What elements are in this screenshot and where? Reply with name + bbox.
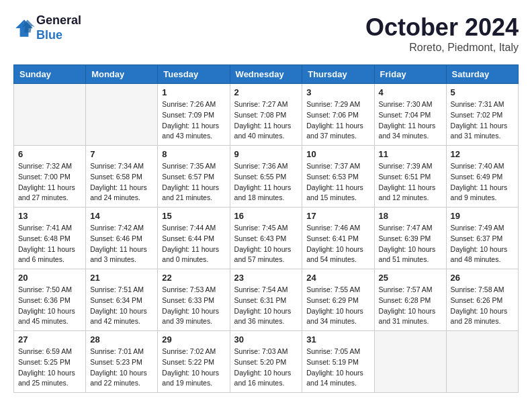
header-friday: Friday: [374, 65, 446, 84]
day-info: Sunrise: 7:57 AM Sunset: 6:28 PM Dayligh…: [379, 285, 442, 327]
table-row: 15Sunrise: 7:44 AM Sunset: 6:44 PM Dayli…: [158, 208, 230, 269]
day-number: 14: [90, 211, 153, 221]
weekday-header-row: Sunday Monday Tuesday Wednesday Thursday…: [14, 65, 519, 84]
day-info: Sunrise: 7:51 AM Sunset: 6:34 PM Dayligh…: [90, 285, 153, 327]
calendar-week-row: 1Sunrise: 7:26 AM Sunset: 7:09 PM Daylig…: [14, 84, 519, 146]
calendar-week-row: 13Sunrise: 7:41 AM Sunset: 6:48 PM Dayli…: [14, 208, 519, 269]
day-number: 10: [306, 149, 369, 159]
table-row: [374, 331, 446, 393]
table-row: 3Sunrise: 7:29 AM Sunset: 7:06 PM Daylig…: [302, 84, 374, 146]
day-info: Sunrise: 7:02 AM Sunset: 5:22 PM Dayligh…: [162, 347, 225, 389]
table-row: [86, 84, 158, 146]
day-info: Sunrise: 7:03 AM Sunset: 5:20 PM Dayligh…: [234, 347, 298, 389]
logo-general-text: General: [36, 13, 81, 28]
table-row: 2Sunrise: 7:27 AM Sunset: 7:08 PM Daylig…: [230, 84, 302, 146]
table-row: 29Sunrise: 7:02 AM Sunset: 5:22 PM Dayli…: [158, 331, 230, 393]
day-info: Sunrise: 7:26 AM Sunset: 7:09 PM Dayligh…: [162, 99, 225, 142]
day-info: Sunrise: 7:50 AM Sunset: 6:36 PM Dayligh…: [18, 285, 81, 327]
day-info: Sunrise: 7:39 AM Sunset: 6:51 PM Dayligh…: [379, 161, 442, 203]
calendar-week-row: 27Sunrise: 6:59 AM Sunset: 5:25 PM Dayli…: [14, 331, 519, 393]
table-row: 23Sunrise: 7:54 AM Sunset: 6:31 PM Dayli…: [230, 269, 302, 331]
logo-blue-text: Blue: [36, 28, 81, 43]
table-row: 8Sunrise: 7:35 AM Sunset: 6:57 PM Daylig…: [158, 146, 230, 208]
day-info: Sunrise: 7:44 AM Sunset: 6:44 PM Dayligh…: [162, 223, 225, 265]
day-number: 22: [162, 273, 225, 283]
day-number: 28: [90, 334, 153, 345]
day-info: Sunrise: 7:31 AM Sunset: 7:02 PM Dayligh…: [451, 99, 514, 142]
day-info: Sunrise: 6:59 AM Sunset: 5:25 PM Dayligh…: [18, 347, 81, 389]
day-number: 21: [90, 273, 153, 283]
day-number: 8: [162, 149, 225, 159]
table-row: 17Sunrise: 7:46 AM Sunset: 6:41 PM Dayli…: [302, 208, 374, 269]
table-row: 24Sunrise: 7:55 AM Sunset: 6:29 PM Dayli…: [302, 269, 374, 331]
day-info: Sunrise: 7:46 AM Sunset: 6:41 PM Dayligh…: [306, 223, 369, 265]
day-info: Sunrise: 7:55 AM Sunset: 6:29 PM Dayligh…: [306, 285, 369, 327]
day-number: 16: [234, 211, 298, 221]
table-row: 4Sunrise: 7:30 AM Sunset: 7:04 PM Daylig…: [374, 84, 446, 146]
day-number: 18: [379, 211, 442, 221]
day-info: Sunrise: 7:42 AM Sunset: 6:46 PM Dayligh…: [90, 223, 153, 265]
day-number: 15: [162, 211, 225, 221]
table-row: 25Sunrise: 7:57 AM Sunset: 6:28 PM Dayli…: [374, 269, 446, 331]
day-number: 6: [18, 149, 81, 159]
day-number: 20: [18, 273, 81, 283]
day-info: Sunrise: 7:01 AM Sunset: 5:23 PM Dayligh…: [90, 347, 153, 389]
day-number: 7: [90, 149, 153, 159]
day-number: 1: [162, 87, 225, 97]
table-row: 20Sunrise: 7:50 AM Sunset: 6:36 PM Dayli…: [14, 269, 86, 331]
day-number: 27: [18, 334, 81, 345]
day-info: Sunrise: 7:35 AM Sunset: 6:57 PM Dayligh…: [162, 161, 225, 203]
day-info: Sunrise: 7:29 AM Sunset: 7:06 PM Dayligh…: [306, 99, 369, 142]
table-row: 6Sunrise: 7:32 AM Sunset: 7:00 PM Daylig…: [14, 146, 86, 208]
day-number: 25: [379, 273, 442, 283]
table-row: 27Sunrise: 6:59 AM Sunset: 5:25 PM Dayli…: [14, 331, 86, 393]
day-number: 26: [451, 273, 514, 283]
day-number: 4: [379, 87, 442, 97]
table-row: 18Sunrise: 7:47 AM Sunset: 6:39 PM Dayli…: [374, 208, 446, 269]
day-number: 13: [18, 211, 81, 221]
table-row: 14Sunrise: 7:42 AM Sunset: 6:46 PM Dayli…: [86, 208, 158, 269]
day-number: 2: [234, 87, 298, 97]
day-number: 11: [379, 149, 442, 159]
day-number: 17: [306, 211, 369, 221]
month-title: October 2024: [365, 13, 519, 42]
header-tuesday: Tuesday: [158, 65, 230, 84]
day-info: Sunrise: 7:36 AM Sunset: 6:55 PM Dayligh…: [234, 161, 298, 203]
table-row: 30Sunrise: 7:03 AM Sunset: 5:20 PM Dayli…: [230, 331, 302, 393]
day-info: Sunrise: 7:05 AM Sunset: 5:19 PM Dayligh…: [306, 347, 369, 389]
day-info: Sunrise: 7:58 AM Sunset: 6:26 PM Dayligh…: [451, 285, 514, 327]
day-number: 9: [234, 149, 298, 159]
day-number: 30: [234, 334, 298, 345]
day-number: 5: [451, 87, 514, 97]
header-sunday: Sunday: [14, 65, 86, 84]
day-info: Sunrise: 7:30 AM Sunset: 7:04 PM Dayligh…: [379, 99, 442, 142]
day-info: Sunrise: 7:34 AM Sunset: 6:58 PM Dayligh…: [90, 161, 153, 203]
title-block: October 2024 Roreto, Piedmont, Italy: [365, 13, 519, 54]
header-saturday: Saturday: [446, 65, 518, 84]
page-header: General Blue October 2024 Roreto, Piedmo…: [13, 13, 519, 54]
table-row: [14, 84, 86, 146]
table-row: 7Sunrise: 7:34 AM Sunset: 6:58 PM Daylig…: [86, 146, 158, 208]
header-thursday: Thursday: [302, 65, 374, 84]
table-row: [446, 331, 518, 393]
location-subtitle: Roreto, Piedmont, Italy: [365, 42, 519, 54]
table-row: 5Sunrise: 7:31 AM Sunset: 7:02 PM Daylig…: [446, 84, 518, 146]
logo: General Blue: [13, 13, 81, 42]
day-number: 24: [306, 273, 369, 283]
day-info: Sunrise: 7:53 AM Sunset: 6:33 PM Dayligh…: [162, 285, 225, 327]
table-row: 19Sunrise: 7:49 AM Sunset: 6:37 PM Dayli…: [446, 208, 518, 269]
calendar-week-row: 6Sunrise: 7:32 AM Sunset: 7:00 PM Daylig…: [14, 146, 519, 208]
header-wednesday: Wednesday: [230, 65, 302, 84]
day-number: 19: [451, 211, 514, 221]
day-info: Sunrise: 7:37 AM Sunset: 6:53 PM Dayligh…: [306, 161, 369, 203]
day-info: Sunrise: 7:45 AM Sunset: 6:43 PM Dayligh…: [234, 223, 298, 265]
day-number: 31: [306, 334, 369, 345]
table-row: 12Sunrise: 7:40 AM Sunset: 6:49 PM Dayli…: [446, 146, 518, 208]
day-info: Sunrise: 7:54 AM Sunset: 6:31 PM Dayligh…: [234, 285, 298, 327]
table-row: 22Sunrise: 7:53 AM Sunset: 6:33 PM Dayli…: [158, 269, 230, 331]
calendar-week-row: 20Sunrise: 7:50 AM Sunset: 6:36 PM Dayli…: [14, 269, 519, 331]
day-info: Sunrise: 7:49 AM Sunset: 6:37 PM Dayligh…: [451, 223, 514, 265]
table-row: 16Sunrise: 7:45 AM Sunset: 6:43 PM Dayli…: [230, 208, 302, 269]
logo-icon: [13, 17, 35, 39]
table-row: 9Sunrise: 7:36 AM Sunset: 6:55 PM Daylig…: [230, 146, 302, 208]
